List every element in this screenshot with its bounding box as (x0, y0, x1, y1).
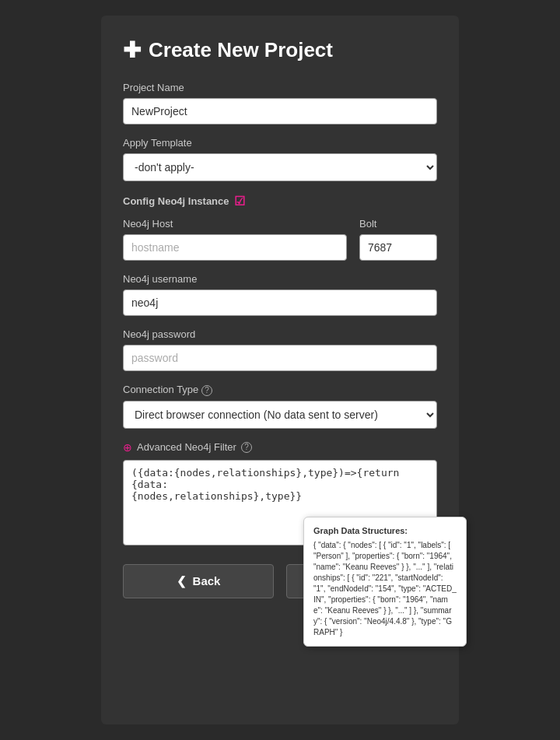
connection-type-help-icon[interactable]: ? (201, 385, 212, 396)
neo4j-password-label: Neo4j password (123, 328, 437, 340)
graph-data-tooltip: Graph Data Structures: { "data": { "node… (303, 517, 467, 647)
back-arrow-icon: ❮ (177, 574, 187, 588)
advanced-filter-label: Advanced Neo4j Filter (137, 441, 236, 453)
modal-title: ✚ Create New Project (123, 37, 437, 63)
neo4j-host-label: Neo4j Host (123, 218, 347, 230)
apply-template-group: Apply Template -don't apply- (123, 137, 437, 181)
neo4j-password-group: Neo4j password (123, 328, 437, 371)
project-name-group: Project Name (123, 82, 437, 125)
back-button[interactable]: ❮ Back (123, 564, 274, 598)
connection-type-select[interactable]: Direct browser connection (No data sent … (123, 401, 437, 429)
host-bolt-row: Neo4j Host Bolt (123, 218, 437, 273)
config-neo4j-section: Config Neo4j Instance ☑ (123, 194, 437, 209)
back-label: Back (193, 574, 221, 587)
project-name-label: Project Name (123, 82, 437, 93)
advanced-filter-help-icon[interactable]: ? (241, 442, 252, 453)
advanced-circle-icon: ⊕ (123, 441, 132, 454)
connection-type-group: Connection Type ? Direct browser connect… (123, 384, 437, 429)
neo4j-host-group: Neo4j Host (123, 218, 347, 261)
checkbox-checked-icon: ☑ (234, 194, 245, 209)
create-project-modal: ✚ Create New Project Project Name Apply … (101, 16, 459, 724)
tooltip-title: Graph Data Structures: (313, 525, 457, 537)
apply-template-select[interactable]: -don't apply- (123, 153, 437, 181)
advanced-filter-label-row: ⊕ Advanced Neo4j Filter ? (123, 441, 437, 454)
neo4j-host-input[interactable] (123, 234, 347, 261)
bolt-label: Bolt (359, 218, 437, 230)
neo4j-username-label: Neo4j username (123, 273, 437, 285)
apply-template-label: Apply Template (123, 137, 437, 149)
modal-heading: Create New Project (149, 38, 333, 62)
config-neo4j-label: Config Neo4j Instance (123, 195, 229, 207)
connection-type-label: Connection Type ? (123, 384, 437, 396)
neo4j-password-input[interactable] (123, 345, 437, 371)
project-name-input[interactable] (123, 98, 437, 125)
neo4j-username-input[interactable] (123, 289, 437, 316)
tooltip-content: { "data": { "nodes": [ { "id": "1", "lab… (313, 540, 457, 638)
neo4j-username-group: Neo4j username (123, 273, 437, 316)
bolt-group: Bolt (359, 218, 437, 261)
page-wrapper: ✚ Create New Project Project Name Apply … (0, 0, 560, 740)
plus-icon: ✚ (123, 37, 141, 63)
bolt-input[interactable] (359, 234, 437, 261)
